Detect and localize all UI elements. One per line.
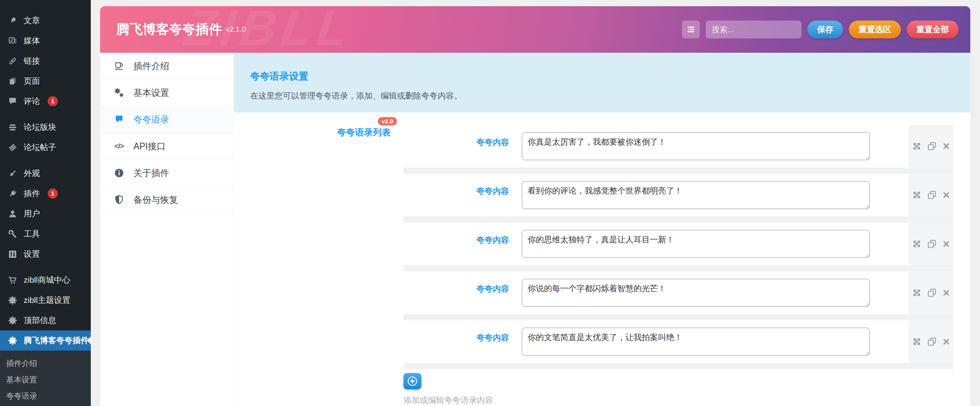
duplicate-row-button[interactable]	[927, 288, 937, 298]
sidebar-item-label: 用户	[24, 208, 40, 219]
sidebar-item-links[interactable]: 链接	[0, 51, 91, 71]
version-badge: v2.0	[378, 117, 397, 125]
forum-topics-icon	[8, 143, 17, 152]
quote-row: 夸夸内容 看到你的评论，我感觉整个世界都明亮了！	[403, 174, 953, 223]
reset-all-button[interactable]: 重置全部	[907, 21, 959, 38]
add-quote-button[interactable]	[403, 373, 421, 389]
tab-label: 关于插件	[133, 167, 169, 179]
delete-row-button[interactable]	[942, 337, 951, 346]
move-row-button[interactable]	[912, 239, 922, 249]
copy-icon	[927, 190, 937, 200]
duplicate-row-button[interactable]	[927, 190, 937, 200]
sidebar-item-kuakua-plugin[interactable]: 腾飞博客夸夸插件	[0, 330, 91, 351]
move-icon	[912, 190, 922, 200]
section-intro-panel: 夸夸语录设置 在这里您可以管理夸夸语录，添加、编辑或删除夸夸内容。	[234, 53, 970, 112]
comment-icon	[8, 97, 17, 106]
save-button[interactable]: 保存	[807, 21, 843, 38]
quote-row-label: 夸夸内容	[403, 332, 509, 343]
move-row-button[interactable]	[912, 288, 922, 298]
sidebar-item-label: 工具	[24, 228, 40, 239]
move-row-button[interactable]	[912, 190, 922, 200]
quote-row: 夸夸内容 你真是太厉害了，我都要被你迷倒了！	[403, 125, 953, 174]
comment-icon	[113, 114, 125, 124]
sidebar-item-zibll-store[interactable]: zibll商城中心	[0, 270, 91, 290]
reset-selection-button[interactable]: 重置选区	[849, 21, 901, 38]
row-actions	[909, 174, 953, 216]
duplicate-row-button[interactable]	[927, 239, 937, 249]
pages-icon	[8, 76, 17, 86]
sidebar-item-forum-sections[interactable]: 论坛版块	[0, 117, 91, 137]
search-input[interactable]	[706, 21, 802, 38]
tab-kuakua-quotes[interactable]: 夸夸语录	[100, 106, 234, 133]
sidebar-item-pages[interactable]: 页面	[0, 71, 91, 91]
copy-icon	[927, 141, 937, 151]
delete-row-button[interactable]	[942, 240, 951, 248]
plus-circle-icon	[408, 377, 417, 386]
delete-row-button[interactable]	[942, 289, 951, 297]
sidebar-item-plugins[interactable]: 插件1	[0, 183, 91, 204]
close-icon	[942, 289, 951, 297]
menu-separator	[0, 111, 91, 117]
tab-about-plugin[interactable]: 关于插件	[100, 160, 234, 187]
tab-content: 夸夸语录设置 在这里您可以管理夸夸语录，添加、编辑或删除夸夸内容。 夸夸语录列表…	[234, 53, 970, 406]
section-description: 在这里您可以管理夸夸语录，添加、编辑或删除夸夸内容。	[250, 90, 954, 101]
move-icon	[912, 141, 922, 151]
plugin-header: ZIBLL 腾飞博客夸夸插件 v2.1.0 保存 重置选区 重置全部	[100, 6, 970, 53]
tab-backup-restore[interactable]: 备份与恢复	[100, 187, 234, 213]
submenu-item-kuakua-quotes[interactable]: 夸夸语录	[0, 388, 91, 404]
sliders-icon	[8, 249, 17, 259]
move-row-button[interactable]	[912, 141, 922, 151]
shield-icon	[113, 195, 125, 205]
tab-basic-settings[interactable]: 基本设置	[100, 79, 234, 106]
row-actions	[909, 125, 953, 168]
sidebar-item-forum-topics[interactable]: 论坛帖子	[0, 137, 91, 157]
menu-separator	[0, 264, 91, 270]
sidebar-item-settings[interactable]: 设置	[0, 244, 91, 264]
settings-tabs: 插件介绍 基本设置 夸夸语录 </>API接口 关于插件 备份与恢复	[100, 53, 234, 406]
cogs-icon	[113, 88, 125, 98]
quote-textarea[interactable]: 看到你的评论，我感觉整个世界都明亮了！	[522, 181, 870, 209]
admin-sidebar: 文章 媒体 链接 页面 评论1 论坛版块 论坛帖子 外观 插件1 用户 工具 设…	[0, 0, 91, 406]
quotes-list-label: 夸夸语录列表	[337, 127, 391, 137]
sidebar-item-label: 媒体	[24, 35, 40, 46]
add-hint-text: 添加或编辑夸夸语录内容	[403, 395, 953, 406]
pin-icon	[8, 16, 17, 26]
sidebar-item-media[interactable]: 媒体	[0, 31, 91, 51]
submenu-item-plugin-intro[interactable]: 插件介绍	[0, 355, 91, 371]
gear-icon	[8, 295, 17, 305]
sidebar-item-label: 链接	[24, 55, 40, 66]
outdent-icon	[686, 24, 696, 35]
row-actions	[909, 223, 953, 265]
duplicate-row-button[interactable]	[927, 141, 937, 151]
menu-toggle-button[interactable]	[682, 21, 700, 38]
sidebar-item-tools[interactable]: 工具	[0, 224, 91, 244]
submenu-item-basic-settings[interactable]: 基本设置	[0, 371, 91, 388]
sidebar-item-zibll-theme-settings[interactable]: zibll主题设置	[0, 290, 91, 310]
quote-textarea[interactable]: 你真是太厉害了，我都要被你迷倒了！	[522, 132, 870, 160]
copy-icon	[927, 288, 937, 298]
cart-icon	[8, 275, 17, 285]
sidebar-item-appearance[interactable]: 外观	[0, 163, 91, 183]
quotes-rows: 夸夸内容 你真是太厉害了，我都要被你迷倒了！ 夸夸内容 看到你的评论，我感觉整个…	[403, 112, 970, 406]
delete-row-button[interactable]	[942, 191, 951, 199]
sidebar-item-label: zibll商城中心	[24, 275, 70, 285]
sidebar-item-comments[interactable]: 评论1	[0, 91, 91, 111]
quote-textarea[interactable]: 你说的每一个字都闪烁着智慧的光芒！	[522, 279, 870, 307]
sidebar-item-posts[interactable]: 文章	[0, 10, 91, 31]
delete-row-button[interactable]	[942, 142, 951, 150]
tab-label: 夸夸语录	[133, 114, 169, 126]
info-icon	[113, 168, 125, 178]
quote-row: 夸夸内容 你的思维太独特了，真是让人耳目一新！	[403, 223, 953, 271]
tab-plugin-intro[interactable]: 插件介绍	[100, 53, 234, 79]
sidebar-item-users[interactable]: 用户	[0, 204, 91, 224]
list-label-wrap: 夸夸语录列表 v2.0	[337, 126, 391, 138]
move-row-button[interactable]	[912, 337, 922, 347]
quote-textarea[interactable]: 你的文笔简直是太优美了，让我拍案叫绝！	[522, 328, 870, 356]
duplicate-row-button[interactable]	[927, 337, 937, 347]
comments-count-badge: 1	[48, 96, 58, 106]
quote-row-label: 夸夸内容	[403, 283, 509, 294]
sidebar-item-top-info[interactable]: 顶部信息	[0, 310, 91, 330]
tab-label: API接口	[133, 140, 166, 152]
quote-textarea[interactable]: 你的思维太独特了，真是让人耳目一新！	[522, 230, 870, 258]
tab-api[interactable]: </>API接口	[100, 133, 234, 160]
